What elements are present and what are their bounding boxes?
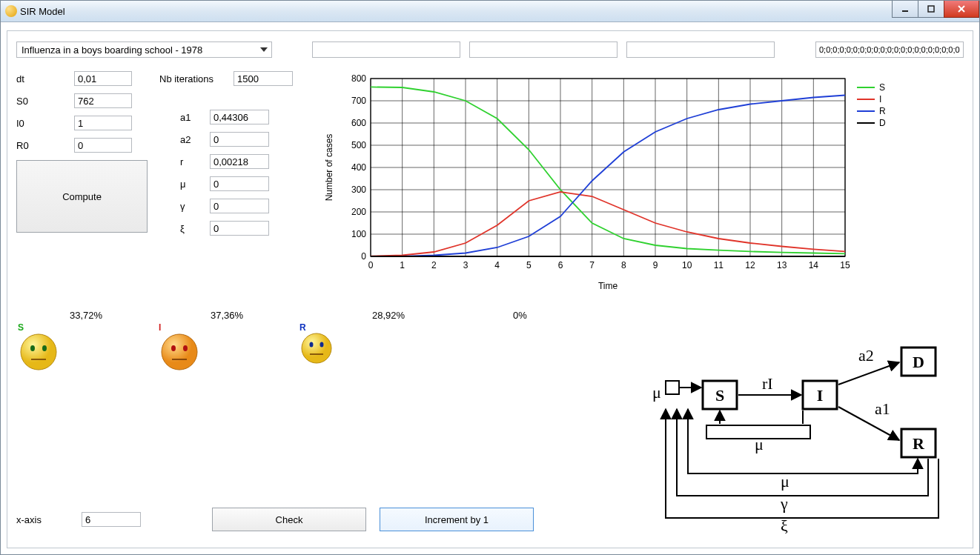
svg-text:0: 0 xyxy=(368,260,374,270)
gamma-input[interactable]: 0 xyxy=(210,199,269,213)
svg-rect-1 xyxy=(928,6,934,12)
client-area: Influenza in a boys boarding school - 19… xyxy=(7,30,973,548)
i0-label: I0 xyxy=(16,118,74,129)
svg-rect-82 xyxy=(666,381,679,394)
svg-text:100: 100 xyxy=(351,229,366,239)
increment-button-label: Increment by 1 xyxy=(425,514,489,525)
r0-input[interactable]: 0 xyxy=(74,138,132,153)
svg-text:300: 300 xyxy=(351,185,366,195)
close-icon xyxy=(956,4,967,14)
s0-label: S0 xyxy=(16,96,74,107)
smiley-r-icon xyxy=(298,330,335,369)
dt-label: dt xyxy=(16,73,74,84)
chevron-down-icon xyxy=(258,44,270,56)
r0-label: R0 xyxy=(16,140,74,151)
titlebar: SIR Model xyxy=(1,1,979,22)
svg-text:6: 6 xyxy=(558,260,563,270)
xi-label: ξ xyxy=(180,223,210,234)
svg-text:9: 9 xyxy=(653,260,658,270)
box-r-label: R xyxy=(913,434,925,453)
app-icon xyxy=(5,5,17,17)
r-label: r xyxy=(180,156,210,167)
svg-text:700: 700 xyxy=(351,96,366,106)
a1-input[interactable]: 0,44306 xyxy=(210,110,269,124)
svg-text:I: I xyxy=(879,94,881,104)
top-row: Influenza in a boys boarding school - 19… xyxy=(16,41,964,58)
compute-button-label: Compute xyxy=(62,191,102,202)
smiley-i-icon xyxy=(157,330,202,376)
edge-mu-mid: μ xyxy=(755,435,764,453)
check-button[interactable]: Check xyxy=(212,508,366,531)
svg-line-85 xyxy=(838,362,899,385)
svg-text:10: 10 xyxy=(682,260,692,270)
nbiter-input[interactable]: 1500 xyxy=(234,71,293,86)
box-s-label: S xyxy=(715,386,724,405)
svg-text:13: 13 xyxy=(777,260,787,270)
preset-combo[interactable]: Influenza in a boys boarding school - 19… xyxy=(16,41,272,58)
a2-label: a2 xyxy=(180,134,210,145)
minimize-button[interactable] xyxy=(892,1,918,18)
smiley-s-cell: 33,72% S xyxy=(16,310,157,376)
xaxis-input[interactable]: 6 xyxy=(82,512,141,527)
check-button-label: Check xyxy=(276,514,303,525)
mu-input[interactable]: 0 xyxy=(210,176,269,191)
edge-mu-in: μ xyxy=(652,383,661,402)
svg-text:3: 3 xyxy=(463,260,469,270)
sir-chart: 0123456789101112131415010020030040050060… xyxy=(319,71,962,293)
i0-input[interactable]: 1 xyxy=(74,116,132,130)
smiley-i-cell: 37,36% I xyxy=(157,310,298,376)
svg-point-75 xyxy=(310,342,314,348)
svg-text:400: 400 xyxy=(351,162,366,173)
top-field-2[interactable] xyxy=(469,41,618,58)
svg-point-76 xyxy=(320,342,324,348)
svg-text:1: 1 xyxy=(400,260,405,270)
xi-input[interactable]: 0 xyxy=(210,221,269,236)
svg-text:S: S xyxy=(879,82,885,93)
edge-gamma: γ xyxy=(780,494,788,513)
params-left-col: dt0,01 S0762 I01 R00 Compute xyxy=(16,71,148,243)
top-numbers-field[interactable]: 0;0;0;0;0;0;0;0;0;0;0;0;0;0;0;0;0;0;0;0;… xyxy=(815,41,964,58)
svg-text:800: 800 xyxy=(351,73,366,84)
s0-input[interactable]: 762 xyxy=(74,93,132,108)
top-field-3[interactable] xyxy=(626,41,775,58)
svg-text:4: 4 xyxy=(494,260,500,270)
top-field-1[interactable] xyxy=(312,41,460,58)
minimize-icon xyxy=(901,4,910,13)
svg-text:600: 600 xyxy=(351,118,366,128)
window-title: SIR Model xyxy=(20,6,65,17)
edge-xi: ξ xyxy=(781,516,788,535)
smiley-s-icon xyxy=(16,330,61,376)
flow-diagram: S I D R μ rI a2 a1 xyxy=(636,340,962,540)
svg-text:14: 14 xyxy=(809,260,819,270)
maximize-button[interactable] xyxy=(918,1,944,18)
edge-a2: a2 xyxy=(858,346,874,365)
edge-mu-long: μ xyxy=(781,472,789,491)
gamma-label: γ xyxy=(180,201,210,212)
svg-text:2: 2 xyxy=(431,260,437,270)
smiley-d-cell: 0% xyxy=(439,310,580,376)
svg-text:8: 8 xyxy=(621,260,626,270)
edge-a1: a1 xyxy=(875,399,890,418)
close-button[interactable] xyxy=(944,1,979,18)
svg-point-72 xyxy=(183,345,188,351)
increment-button[interactable]: Increment by 1 xyxy=(380,508,534,531)
r-input[interactable]: 0,00218 xyxy=(210,154,269,169)
mu-label: μ xyxy=(180,179,210,190)
svg-text:500: 500 xyxy=(351,140,366,150)
svg-point-70 xyxy=(162,334,197,370)
window-controls xyxy=(893,1,979,17)
svg-point-71 xyxy=(171,345,176,351)
svg-text:7: 7 xyxy=(589,260,595,270)
svg-text:12: 12 xyxy=(745,260,755,270)
a2-input[interactable]: 0 xyxy=(210,132,269,147)
pct-i: 37,36% xyxy=(211,310,243,321)
svg-point-74 xyxy=(302,333,331,363)
dt-input[interactable]: 0,01 xyxy=(74,71,132,86)
smiley-r-cell: 28,92% R xyxy=(298,310,439,376)
app-window: SIR Model Influenza in a boys boarding s… xyxy=(0,0,980,555)
pct-d: 0% xyxy=(513,310,527,321)
box-i-label: I xyxy=(817,386,824,405)
compute-button[interactable]: Compute xyxy=(16,160,148,233)
svg-text:0: 0 xyxy=(361,251,366,262)
params-right-col: Nb iterations1500 a10,44306 a20 r0,00218… xyxy=(159,71,293,243)
